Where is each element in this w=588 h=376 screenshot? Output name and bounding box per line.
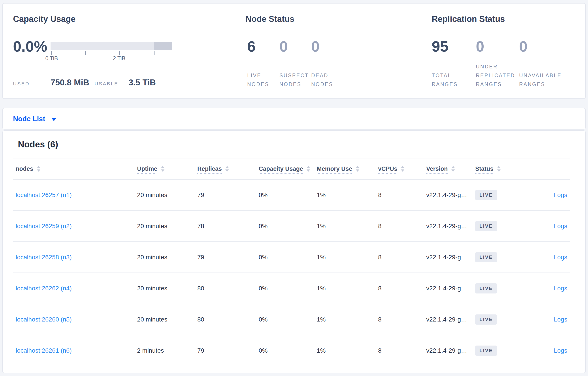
column-header-status[interactable]: Status <box>475 166 524 172</box>
chevron-down-icon <box>52 118 56 121</box>
capacity-usage-cell: 0% <box>259 254 317 261</box>
column-header-uptime[interactable]: Uptime <box>137 166 197 172</box>
under-replicated-label: UNDER-REPLICATED RANGES <box>476 62 519 89</box>
capacity-usage-cell: 0% <box>259 316 317 323</box>
replicas-cell: 79 <box>197 347 259 354</box>
sort-icon <box>225 166 229 172</box>
replicas-cell: 80 <box>197 316 259 323</box>
capacity-usage-cell: 0% <box>259 191 317 198</box>
replicas-cell: 79 <box>197 254 259 261</box>
sort-icon <box>401 166 404 172</box>
column-header-vcpus[interactable]: vCPUs <box>378 166 426 172</box>
table-row: localhost:26257 (n1) 20 minutes 79 0% 1%… <box>13 180 570 211</box>
node-link[interactable]: localhost:26261 (n6) <box>16 347 72 354</box>
node-list-dropdown[interactable]: Node List <box>13 115 56 123</box>
dead-nodes-value: 0 <box>311 35 344 57</box>
usable-value: 3.5 TiB <box>128 78 156 87</box>
replication-status-title: Replication Status <box>432 14 572 24</box>
used-value: 750.8 MiB <box>51 78 89 87</box>
node-list-dropdown-label: Node List <box>13 115 45 123</box>
uptime-cell: 20 minutes <box>137 285 197 292</box>
capacity-bar-segment <box>154 42 172 50</box>
memory-use-cell: 1% <box>317 254 378 261</box>
version-cell: v22.1.4-29-g… <box>426 347 475 354</box>
replicas-cell: 80 <box>197 285 259 292</box>
node-link[interactable]: localhost:26260 (n5) <box>16 316 72 323</box>
uptime-cell: 20 minutes <box>137 223 197 230</box>
live-nodes-label: LIVE NODES <box>247 71 279 89</box>
dead-nodes-label: DEAD NODES <box>311 71 344 89</box>
logs-link[interactable]: Logs <box>554 191 567 198</box>
uptime-cell: 20 minutes <box>137 191 197 198</box>
capacity-usage-section: Capacity Usage 0.0% 0 TiB 2 TiB <box>13 14 245 98</box>
capacity-usage-cell: 0% <box>259 223 317 230</box>
sort-icon <box>451 166 455 172</box>
table-header-row: nodes Uptime Replicas Capacity Usage Mem… <box>13 158 570 180</box>
vcpus-cell: 8 <box>378 316 426 323</box>
unavailable-ranges-label: UNAVAILABLE RANGES <box>519 71 572 89</box>
table-row: localhost:26261 (n6) 2 minutes 79 0% 1% … <box>13 335 570 366</box>
axis-tick-label: 0 TiB <box>45 55 58 62</box>
memory-use-cell: 1% <box>317 285 378 292</box>
status-badge: LIVE <box>475 221 497 231</box>
capacity-axis <box>51 50 172 54</box>
status-badge: LIVE <box>475 314 497 324</box>
capacity-bar-track <box>51 42 172 50</box>
memory-use-cell: 1% <box>317 191 378 198</box>
replicas-cell: 78 <box>197 223 259 230</box>
logs-link[interactable]: Logs <box>554 316 567 323</box>
capacity-usage-cell: 0% <box>259 347 317 354</box>
replicas-cell: 79 <box>197 191 259 198</box>
sort-icon <box>161 166 164 172</box>
logs-link[interactable]: Logs <box>554 254 567 261</box>
node-link[interactable]: localhost:26262 (n4) <box>16 285 72 292</box>
version-cell: v22.1.4-29-g… <box>426 191 475 198</box>
node-link[interactable]: localhost:26257 (n1) <box>16 191 72 198</box>
usable-label: USABLE <box>94 81 118 87</box>
replication-status-section: Replication Status 95 TOTAL RANGES 0 UND… <box>432 14 572 98</box>
status-badge: LIVE <box>475 283 497 293</box>
column-header-memory-use[interactable]: Memory Use <box>317 166 378 172</box>
vcpus-cell: 8 <box>378 223 426 230</box>
logs-link[interactable]: Logs <box>554 223 567 230</box>
logs-link[interactable]: Logs <box>554 347 567 354</box>
sort-icon <box>356 166 359 172</box>
unavailable-ranges-stat: 0 UNAVAILABLE RANGES <box>519 35 572 89</box>
total-ranges-label: TOTAL RANGES <box>432 71 476 89</box>
status-badge: LIVE <box>475 252 497 262</box>
capacity-bar: 0 TiB 2 TiB <box>51 42 172 63</box>
version-cell: v22.1.4-29-g… <box>426 223 475 230</box>
unavailable-ranges-value: 0 <box>519 35 572 57</box>
sort-icon <box>37 166 40 172</box>
node-link[interactable]: localhost:26259 (n2) <box>16 223 72 230</box>
under-replicated-value: 0 <box>476 35 519 57</box>
memory-use-cell: 1% <box>317 316 378 323</box>
live-nodes-value: 6 <box>247 35 279 57</box>
total-ranges-stat: 95 TOTAL RANGES <box>432 35 476 89</box>
logs-link[interactable]: Logs <box>554 285 567 292</box>
version-cell: v22.1.4-29-g… <box>426 254 475 261</box>
status-badge: LIVE <box>475 190 497 200</box>
table-row: localhost:26259 (n2) 20 minutes 78 0% 1%… <box>13 211 570 242</box>
vcpus-cell: 8 <box>378 347 426 354</box>
node-link[interactable]: localhost:26258 (n3) <box>16 254 72 261</box>
under-replicated-stat: 0 UNDER-REPLICATED RANGES <box>476 35 519 89</box>
column-header-version[interactable]: Version <box>426 166 475 172</box>
used-label: USED <box>13 81 51 87</box>
node-status-title: Node Status <box>245 14 432 24</box>
node-status-section: Node Status 6 LIVE NODES 0 SUSPECT NODES… <box>245 14 432 98</box>
cluster-summary-panel: Capacity Usage 0.0% 0 TiB 2 TiB <box>2 3 586 99</box>
capacity-usage-title: Capacity Usage <box>13 14 245 24</box>
vcpus-cell: 8 <box>378 254 426 261</box>
column-header-nodes[interactable]: nodes <box>16 166 137 172</box>
capacity-percent-value: 0.0% <box>13 35 51 63</box>
uptime-cell: 20 minutes <box>137 254 197 261</box>
suspect-nodes-stat: 0 SUSPECT NODES <box>279 35 311 89</box>
table-row: localhost:26258 (n3) 20 minutes 79 0% 1%… <box>13 242 570 273</box>
axis-tick-label: 2 TiB <box>113 55 125 62</box>
column-header-capacity-usage[interactable]: Capacity Usage <box>259 166 317 172</box>
live-nodes-stat: 6 LIVE NODES <box>247 35 279 89</box>
sort-icon <box>307 166 310 172</box>
vcpus-cell: 8 <box>378 285 426 292</box>
column-header-replicas[interactable]: Replicas <box>197 166 259 172</box>
